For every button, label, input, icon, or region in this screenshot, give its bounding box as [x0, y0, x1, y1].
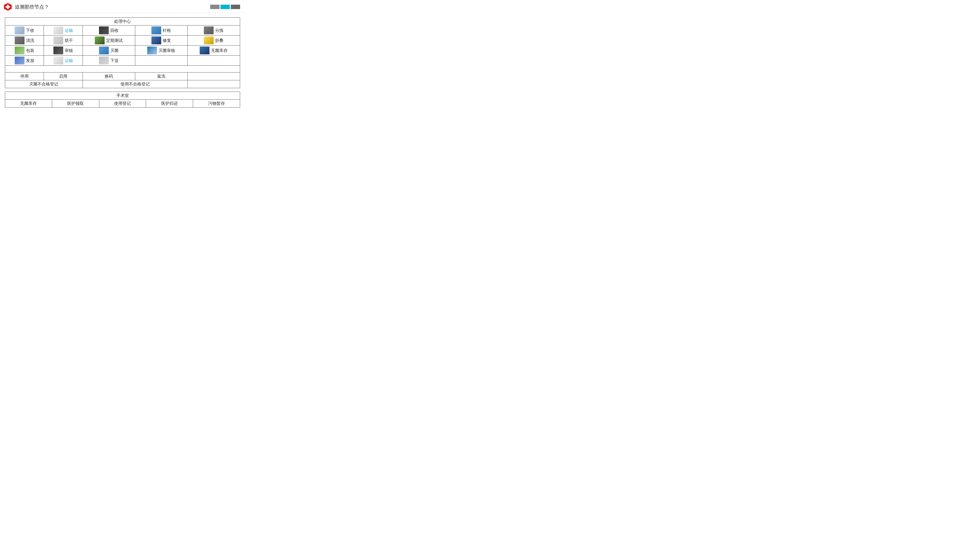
cell-污物暂存: 污物暂存: [193, 100, 240, 108]
img-定期测试: [95, 37, 105, 44]
operating-room-title: 手术室: [5, 92, 240, 100]
img-清洗: [15, 37, 24, 44]
empty-spacer: [5, 66, 240, 73]
header-title: 追溯那些节点？: [15, 4, 49, 10]
table-row: 下收 运输 回收: [5, 25, 240, 35]
img-审核: [53, 46, 63, 54]
cell-折叠: 折叠: [188, 35, 240, 46]
table-row: 包装 审核 灭菌: [5, 46, 240, 56]
table-row: 清洗 烘干 定期测试: [5, 35, 240, 46]
main-content: 处理中心 下收 运输: [0, 13, 245, 110]
cell-清洗: 清洗: [5, 35, 44, 46]
cell-定期测试: 定期测试: [83, 35, 135, 46]
cell-审核: 审核: [44, 46, 83, 56]
img-灭菌: [99, 46, 109, 54]
img-回收: [99, 27, 109, 34]
bar-cyan: [221, 5, 230, 9]
cell-运输2: 运输: [44, 56, 83, 66]
img-运输2: [53, 57, 63, 64]
cell-无菌库存: 无菌库存: [188, 46, 240, 56]
img-运输1: [53, 27, 63, 34]
cell-下收: 下收: [5, 25, 44, 35]
cell-针检: 针检: [135, 25, 188, 35]
img-分拣: [204, 27, 214, 34]
cell-包装: 包装: [5, 46, 44, 56]
logo-icon: [3, 2, 12, 11]
cell-empty-e2c5: [188, 80, 240, 88]
cell-empty-r4c4: [135, 56, 188, 66]
empty-row: [5, 66, 240, 73]
bar-gray1: [210, 5, 220, 9]
table-row-or: 无菌库存 医护领取 使用登记 医护归还 污物暂存: [5, 100, 240, 108]
cell-运输1: 运输: [44, 25, 83, 35]
cell-修复: 修复: [135, 35, 188, 46]
cell-停用: 停用: [5, 73, 44, 80]
cell-分拣: 分拣: [188, 25, 240, 35]
header-left: 追溯那些节点？: [3, 2, 49, 11]
cell-下送: 下送: [83, 56, 135, 66]
header-decoration: [210, 5, 240, 9]
cell-启用: 启用: [44, 73, 83, 80]
cell-发放: 发放: [5, 56, 44, 66]
cell-换码: 换码: [83, 73, 135, 80]
cell-医护领取: 医护领取: [52, 100, 99, 108]
cell-返洗: 返洗: [135, 73, 188, 80]
cell-烘干: 烘干: [44, 35, 83, 46]
cell-无菌库存-or: 无菌库存: [5, 100, 52, 108]
table-row: 发放 运输 下送: [5, 56, 240, 66]
img-下送: [99, 57, 109, 64]
img-折叠: [204, 37, 214, 44]
img-发放: [15, 57, 24, 64]
img-修复: [151, 37, 161, 44]
cell-empty-e1c5: [188, 73, 240, 80]
cell-医护归还: 医护归还: [146, 100, 193, 108]
cell-灭菌: 灭菌: [83, 46, 135, 56]
processing-center-title: 处理中心: [5, 17, 240, 25]
cell-回收: 回收: [83, 25, 135, 35]
img-针检: [151, 27, 161, 34]
table-row-extra2: 灭菌不合格登记 使用不合格登记: [5, 80, 240, 88]
bar-gray2: [231, 5, 240, 9]
img-无菌库存: [200, 46, 210, 54]
processing-center-table: 处理中心 下收 运输: [5, 17, 240, 88]
svg-rect-2: [6, 6, 10, 8]
cell-empty-r4c5: [188, 56, 240, 66]
page-header: 追溯那些节点？: [0, 0, 245, 13]
cell-使用登记: 使用登记: [99, 100, 146, 108]
cell-使用不合格登记: 使用不合格登记: [83, 80, 188, 88]
img-烘干: [53, 37, 63, 44]
img-包装: [15, 46, 24, 54]
img-灭菌审核: [147, 46, 157, 54]
cell-灭菌审核: 灭菌审核: [135, 46, 188, 56]
cell-灭菌不合格登记: 灭菌不合格登记: [5, 80, 83, 88]
operating-room-table: 手术室 无菌库存 医护领取 使用登记 医护归还 污物暂存: [5, 92, 240, 108]
table-row-extra1: 停用 启用 换码 返洗: [5, 73, 240, 80]
img-下收: [15, 27, 24, 34]
